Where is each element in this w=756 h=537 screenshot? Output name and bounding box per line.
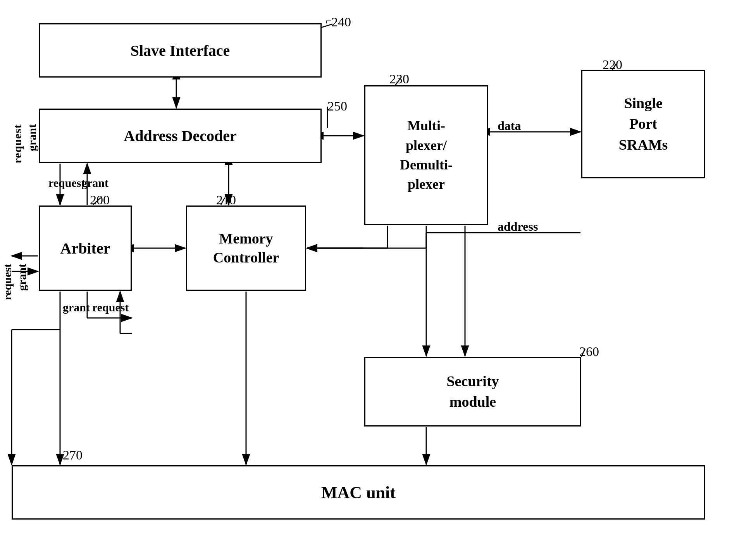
diagram: Slave Interface Address Decoder Arbiter … [0, 0, 756, 537]
label-address: address [498, 219, 538, 234]
mac-unit-block: MAC unit [12, 465, 705, 520]
slave-interface-block: Slave Interface [39, 23, 322, 78]
ref-250: 250 [327, 99, 347, 114]
ref-210: 210 [216, 193, 236, 207]
memory-controller-block: MemoryController [186, 205, 306, 291]
label-grant-arbiter-top: grant [81, 176, 108, 190]
arbiter-label: Arbiter [60, 239, 110, 257]
address-decoder-label: Address Decoder [124, 127, 236, 145]
single-port-srams-block: SinglePortSRAMs [581, 70, 705, 178]
label-grant-far-left: grant [15, 264, 29, 291]
svg-line-11 [307, 217, 363, 248]
multiplexer-label: Multi-plexer/Demulti-plexer [400, 116, 453, 194]
ref-200: 200 [90, 193, 110, 207]
multiplexer-block: Multi-plexer/Demulti-plexer [364, 85, 488, 225]
ref-220: 220 [603, 57, 622, 72]
security-module-label: Securitymodule [446, 371, 499, 412]
label-grant-left-top: grant [26, 124, 39, 151]
arbiter-block: Arbiter [39, 205, 132, 291]
slave-interface-label: Slave Interface [131, 41, 230, 60]
label-request-far-left: request [1, 264, 14, 300]
single-port-srams-label: SinglePortSRAMs [619, 93, 668, 155]
memory-controller-label: MemoryController [213, 229, 279, 268]
security-module-block: Securitymodule [364, 357, 581, 426]
label-request-left-top: request [11, 124, 24, 163]
mac-unit-label: MAC unit [321, 483, 396, 502]
label-request-bottom: request [92, 301, 129, 314]
ref-270: 270 [63, 448, 83, 463]
ref-240-arrow: ⌐ [325, 15, 332, 27]
address-decoder-block: Address Decoder [39, 109, 322, 163]
ref-240: 240 [331, 15, 351, 29]
ref-260: 260 [579, 344, 599, 359]
ref-230: 230 [389, 72, 409, 86]
label-grant-bottom: grant [63, 301, 90, 314]
label-request-arbiter-top: request [48, 176, 85, 190]
label-data: data [498, 119, 521, 133]
